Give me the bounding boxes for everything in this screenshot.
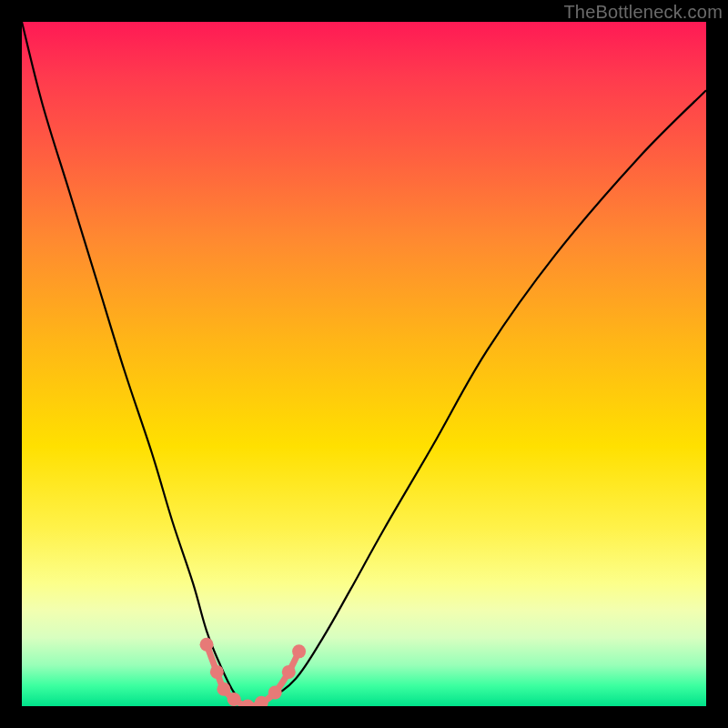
valley-marker-dot: [200, 638, 214, 652]
valley-markers: [200, 638, 307, 706]
valley-marker-dot: [282, 665, 296, 679]
valley-marker-dot: [217, 682, 230, 696]
valley-marker-dot: [268, 685, 282, 699]
valley-marker-dot: [241, 700, 255, 707]
watermark-text: TheBottleneck.com: [563, 2, 723, 23]
plot-area: [22, 22, 706, 706]
chart-frame: TheBottleneck.com: [0, 0, 728, 728]
valley-marker-dot: [228, 693, 241, 706]
chart-svg: [22, 22, 706, 706]
valley-marker-dot: [292, 644, 306, 658]
valley-marker-dot: [210, 665, 224, 679]
bottleneck-curve: [22, 22, 706, 706]
